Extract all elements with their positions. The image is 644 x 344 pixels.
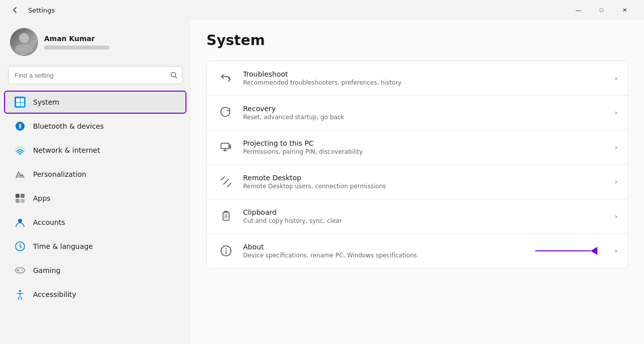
clipboard-chevron: › bbox=[614, 212, 617, 220]
app-container: Aman Kumar System bbox=[0, 20, 644, 344]
settings-item-recovery[interactable]: Recovery Reset, advanced startup, go bac… bbox=[207, 96, 627, 130]
title-bar: Settings — □ ✕ bbox=[0, 0, 644, 20]
sidebar-item-bluetooth-label: Bluetooth & devices bbox=[33, 122, 104, 130]
settings-item-clipboard[interactable]: Clipboard Cut and copy history, sync, cl… bbox=[207, 199, 627, 234]
recovery-desc: Reset, advanced startup, go back bbox=[243, 114, 606, 121]
sidebar-item-personalization-label: Personalization bbox=[33, 170, 86, 178]
minimize-button[interactable]: — bbox=[567, 2, 590, 18]
remote-desktop-text: Remote Desktop Remote Desktop users, con… bbox=[243, 174, 606, 190]
projecting-text: Projecting to this PC Permissions, pairi… bbox=[243, 139, 606, 155]
personalization-icon bbox=[14, 168, 26, 180]
app-title: Settings bbox=[28, 7, 55, 14]
clipboard-text: Clipboard Cut and copy history, sync, cl… bbox=[243, 208, 606, 224]
svg-line-1 bbox=[175, 77, 177, 79]
avatar-image bbox=[10, 28, 38, 56]
svg-rect-7 bbox=[16, 199, 20, 203]
troubleshoot-icon bbox=[217, 69, 235, 87]
user-name: Aman Kumar bbox=[44, 35, 109, 43]
settings-list: Troubleshoot Recommended troubleshooters… bbox=[206, 61, 628, 268]
sidebar-item-accessibility[interactable]: Accessibility bbox=[4, 283, 186, 306]
troubleshoot-title: Troubleshoot bbox=[243, 70, 606, 78]
close-button[interactable]: ✕ bbox=[613, 2, 636, 18]
sidebar-item-time[interactable]: Time & language bbox=[4, 235, 186, 258]
svg-rect-17 bbox=[221, 143, 229, 149]
settings-item-about[interactable]: About Device specifications, rename PC, … bbox=[207, 234, 627, 268]
back-button[interactable] bbox=[8, 3, 22, 17]
svg-point-14 bbox=[21, 269, 22, 270]
sidebar-item-accounts[interactable]: Accounts bbox=[4, 211, 186, 234]
svg-point-15 bbox=[22, 270, 23, 271]
sidebar: Aman Kumar System bbox=[0, 20, 190, 344]
sidebar-item-system-label: System bbox=[33, 98, 59, 106]
svg-point-16 bbox=[19, 290, 21, 292]
sidebar-item-gaming[interactable]: Gaming bbox=[4, 259, 186, 282]
about-desc: Device specifications, rename PC, Window… bbox=[243, 252, 606, 259]
settings-item-troubleshoot[interactable]: Troubleshoot Recommended troubleshooters… bbox=[207, 61, 627, 96]
search-icon bbox=[170, 72, 177, 79]
projecting-icon bbox=[217, 138, 235, 156]
svg-rect-5 bbox=[16, 194, 20, 198]
gaming-icon bbox=[14, 264, 26, 276]
user-info: Aman Kumar bbox=[44, 35, 109, 50]
sidebar-item-accounts-label: Accounts bbox=[33, 218, 65, 226]
system-icon bbox=[14, 96, 26, 108]
svg-rect-8 bbox=[21, 199, 25, 203]
sidebar-item-network[interactable]: Network & internet bbox=[4, 139, 186, 162]
maximize-button[interactable]: □ bbox=[590, 2, 613, 18]
apps-icon bbox=[14, 192, 26, 204]
svg-point-9 bbox=[18, 219, 22, 223]
sidebar-item-apps-label: Apps bbox=[33, 194, 51, 202]
remote-desktop-desc: Remote Desktop users, connection permiss… bbox=[243, 183, 606, 190]
settings-item-projecting[interactable]: Projecting to this PC Permissions, pairi… bbox=[207, 130, 627, 165]
about-icon bbox=[217, 242, 235, 260]
sidebar-item-time-label: Time & language bbox=[33, 242, 93, 250]
clipboard-title: Clipboard bbox=[243, 208, 606, 216]
page-title: System bbox=[206, 32, 628, 49]
projecting-title: Projecting to this PC bbox=[243, 139, 606, 147]
recovery-text: Recovery Reset, advanced startup, go bac… bbox=[243, 105, 606, 121]
user-profile: Aman Kumar bbox=[0, 20, 190, 64]
accessibility-icon bbox=[14, 288, 26, 300]
sidebar-item-apps[interactable]: Apps bbox=[4, 187, 186, 210]
svg-rect-6 bbox=[21, 194, 25, 198]
about-chevron: › bbox=[614, 247, 617, 255]
search-input[interactable] bbox=[8, 66, 182, 84]
remote-desktop-title: Remote Desktop bbox=[243, 174, 606, 182]
remote-desktop-icon bbox=[217, 173, 235, 191]
recovery-title: Recovery bbox=[243, 105, 606, 113]
window-controls: — □ ✕ bbox=[567, 2, 636, 18]
sidebar-item-network-label: Network & internet bbox=[33, 146, 100, 154]
sidebar-item-bluetooth[interactable]: Bluetooth & devices bbox=[4, 115, 186, 138]
sidebar-item-personalization[interactable]: Personalization bbox=[4, 163, 186, 186]
sidebar-item-gaming-label: Gaming bbox=[33, 266, 61, 274]
projecting-chevron: › bbox=[614, 143, 617, 151]
svg-point-2 bbox=[16, 122, 25, 131]
remote-desktop-chevron: › bbox=[614, 178, 617, 186]
about-text: About Device specifications, rename PC, … bbox=[243, 243, 606, 259]
main-content: System Troubleshoot Recommended troubles… bbox=[190, 20, 644, 344]
avatar bbox=[10, 28, 38, 56]
troubleshoot-text: Troubleshoot Recommended troubleshooters… bbox=[243, 70, 606, 86]
title-bar-left: Settings bbox=[8, 3, 55, 17]
time-icon bbox=[14, 240, 26, 252]
troubleshoot-desc: Recommended troubleshooters, preferences… bbox=[243, 79, 606, 86]
svg-point-23 bbox=[226, 248, 227, 249]
user-email-bar bbox=[44, 46, 109, 50]
recovery-chevron: › bbox=[614, 109, 617, 117]
bluetooth-icon bbox=[14, 120, 26, 132]
settings-item-remote-desktop[interactable]: Remote Desktop Remote Desktop users, con… bbox=[207, 165, 627, 199]
clipboard-icon bbox=[217, 207, 235, 225]
search-box bbox=[8, 66, 182, 84]
sidebar-item-system[interactable]: System bbox=[4, 91, 186, 114]
about-title: About bbox=[243, 243, 606, 251]
sidebar-item-accessibility-label: Accessibility bbox=[33, 290, 76, 298]
troubleshoot-chevron: › bbox=[614, 74, 617, 82]
projecting-desc: Permissions, pairing PIN, discoverabilit… bbox=[243, 148, 606, 155]
clipboard-desc: Cut and copy history, sync, clear bbox=[243, 217, 606, 224]
recovery-icon bbox=[217, 104, 235, 122]
svg-point-4 bbox=[20, 153, 21, 155]
network-icon bbox=[14, 144, 26, 156]
accounts-icon bbox=[14, 216, 26, 228]
